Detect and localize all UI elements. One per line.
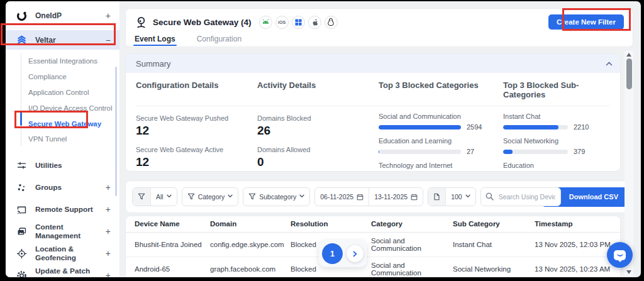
android-icon: [259, 16, 272, 29]
scroll-down-arrow[interactable]: [626, 270, 631, 274]
expand-icon[interactable]: +: [106, 226, 111, 236]
linux-icon: [325, 16, 338, 29]
category-filter-dropdown[interactable]: Category: [182, 187, 239, 206]
column-heading: Top 3 Blocked Categories: [379, 80, 503, 99]
crosshair-target-icon: [16, 248, 28, 260]
metric: Domains Allowed 0: [257, 146, 379, 169]
bar-value: 27: [467, 148, 487, 155]
pagination: 1: [319, 240, 367, 267]
sidebar-item-compliance[interactable]: Compliance: [6, 69, 119, 85]
date-from-input[interactable]: 06-11-2025: [315, 188, 369, 206]
sidebar-item-utilities[interactable]: Utilities: [6, 155, 119, 177]
bar-track: [503, 125, 568, 129]
bar-fill: [379, 150, 379, 154]
sub-item-label: Compliance: [28, 73, 67, 80]
metric: Secure Web Gateway Pushed 12: [136, 114, 257, 138]
expand-icon[interactable]: +: [106, 270, 111, 277]
metric: Domains Blocked 26: [257, 114, 379, 138]
page-size-dropdown[interactable]: 100: [428, 187, 476, 206]
date-range-picker: 06-11-2025 13-11-2025: [314, 187, 423, 206]
sidebar-item-groups[interactable]: Groups +: [6, 177, 119, 199]
filter-bar: All Category Subcategory 06-11-2025: [125, 180, 633, 213]
table-header-row: Device Name Domain Resolution Category S…: [126, 216, 620, 233]
chat-bubble-icon: [614, 250, 626, 260]
sidebar-item-secure-web-gateway[interactable]: Secure Web Gateway: [6, 116, 119, 131]
bar-value: 2594: [467, 123, 487, 131]
sliders-icon: [16, 160, 28, 172]
cell-domain: graph.facebook.com: [206, 257, 287, 278]
sidebar-item-io-device-access-control[interactable]: I/O Device Access Control: [6, 100, 119, 116]
cell-timestamp: 13 Nov 2025, 10:23 AM: [531, 257, 620, 278]
date-to-value: 13-11-2025: [374, 193, 408, 201]
column-header: Timestamp: [531, 216, 620, 233]
sidebar-item-application-control[interactable]: Application Control: [6, 85, 119, 101]
sidebar-item-oneidp[interactable]: OneIdP +: [6, 6, 119, 26]
create-new-filter-button[interactable]: Create New Filter: [548, 14, 624, 30]
date-from-value: 06-11-2025: [320, 193, 353, 201]
expand-icon[interactable]: +: [106, 204, 111, 214]
summary-column-headings: Configuration Details Activity Details T…: [136, 73, 610, 106]
summary-panel: Summary Configuration Details Activity D…: [125, 53, 621, 172]
column-header: Device Name: [126, 216, 206, 233]
tab-bar: Event Logs Configuration: [126, 30, 633, 47]
funnel-icon: [187, 193, 195, 201]
metric-value: 26: [257, 124, 379, 138]
metric-label: Secure Web Gateway Pushed: [136, 114, 257, 122]
sidebar-item-remote-support[interactable]: Remote Support +: [6, 199, 119, 221]
collapse-icon[interactable]: −: [106, 35, 111, 45]
sidebar-item-essential-integrations[interactable]: Essential Integrations: [6, 53, 119, 69]
sidebar-item-vpn-tunnel[interactable]: VPN Tunnel: [6, 131, 119, 147]
chevron-down-icon: [465, 194, 470, 199]
sub-item-label: I/O Device Access Control: [28, 104, 113, 112]
active-tree-line: [20, 111, 22, 126]
page-title: Secure Web Gateway (4): [153, 18, 252, 27]
sidebar-item-veltar[interactable]: Veltar −: [6, 30, 119, 50]
table-row: Android-65 graph.facebook.com Blocked So…: [126, 257, 620, 278]
metric: Secure Web Gateway Active 12: [136, 146, 257, 169]
tab-event-logs[interactable]: Event Logs: [135, 35, 175, 46]
app-window: OneIdP + Veltar − Essential Integrations…: [6, 1, 641, 277]
sidebar-item-content-management[interactable]: Content Management +: [6, 221, 119, 243]
chevron-down-icon: [299, 194, 304, 199]
sub-item-label: Essential Integrations: [28, 57, 97, 65]
chevron-up-icon[interactable]: [606, 62, 613, 66]
expand-icon[interactable]: +: [106, 182, 111, 192]
groups-dots-icon: [16, 182, 28, 194]
bar-track: [379, 150, 461, 154]
scroll-up-arrow[interactable]: [626, 53, 631, 57]
screen-cast-icon: [16, 204, 28, 216]
bar-track: [379, 125, 461, 129]
top-blocked-categories-column: Social and Communication 2594 Education …: [379, 106, 503, 172]
scrollbar-thumb[interactable]: [626, 58, 632, 89]
bar-label: Instant Chat: [503, 113, 594, 120]
scope-filter-dropdown[interactable]: All: [132, 187, 177, 206]
cell-category: Social and Communication: [367, 257, 449, 278]
chat-widget-button[interactable]: [607, 242, 633, 268]
bar-label: Education: [503, 162, 594, 169]
page-size-value: 100: [451, 193, 462, 201]
metric-value: 0: [257, 155, 379, 169]
bar-fill: [503, 125, 558, 129]
sidebar-item-label: Location & Geofencing: [35, 245, 98, 262]
sidebar-item-location-geofencing[interactable]: Location & Geofencing +: [6, 243, 119, 265]
expand-icon[interactable]: +: [106, 248, 111, 258]
expand-icon[interactable]: +: [106, 11, 111, 21]
tab-configuration[interactable]: Configuration: [197, 35, 242, 46]
sub-item-label: Application Control: [28, 89, 89, 96]
next-page-button[interactable]: [347, 245, 364, 262]
sidebar-item-update-patch-management[interactable]: Update & Patch Management +: [6, 265, 119, 277]
metric-value: 12: [136, 124, 257, 138]
bar-row: Technology and Internet 12: [379, 162, 503, 172]
sidebar: OneIdP + Veltar − Essential Integrations…: [6, 1, 120, 277]
bar-value: 2210: [574, 123, 594, 131]
cell-category: Social and Communication: [367, 233, 449, 257]
date-to-input[interactable]: 13-11-2025: [369, 188, 423, 206]
sidebar-scrollbar[interactable]: [115, 67, 117, 196]
page-number-button[interactable]: 1: [322, 243, 343, 264]
oneidp-logo-icon: [16, 10, 28, 22]
top-blocked-subcategories-column: Instant Chat 2210 Social Networking 379 …: [503, 106, 610, 172]
sub-item-label: VPN Tunnel: [28, 135, 67, 143]
subcategory-filter-dropdown[interactable]: Subcategory: [243, 187, 310, 206]
summary-header: Summary: [126, 54, 620, 73]
bar-value: 379: [574, 148, 594, 155]
